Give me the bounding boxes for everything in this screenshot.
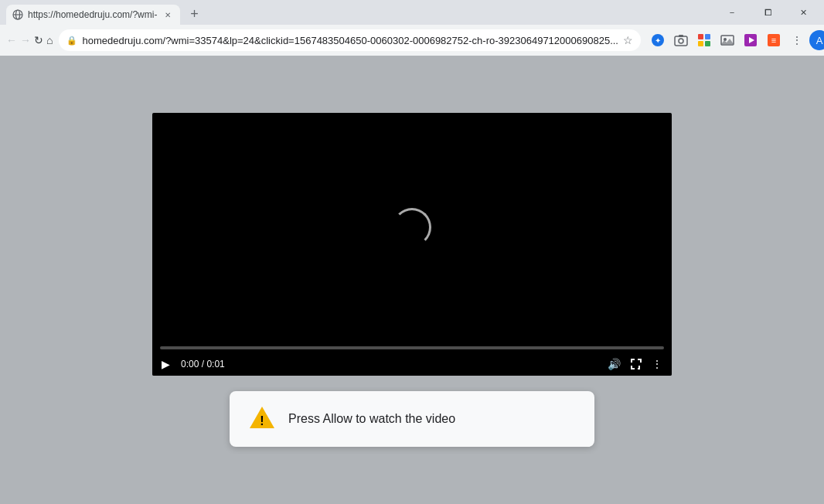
notification-message: Press Allow to watch the video <box>288 412 455 426</box>
browser-window: https://homededruju.com/?wmi- ✕ + − ⧠ ✕ … <box>0 0 824 504</box>
minimize-button[interactable]: − <box>714 0 750 25</box>
url-display: homededruju.com/?wmi=33574&lp=24&clickid… <box>82 35 618 46</box>
svg-rect-8 <box>698 34 703 39</box>
svg-text:!: ! <box>260 414 264 427</box>
play-button[interactable]: ▶ <box>160 356 172 372</box>
extension-rss-icon[interactable]: ✦ <box>647 29 669 51</box>
profile-icon[interactable]: A <box>809 30 824 50</box>
tab-title: https://homededruju.com/?wmi- <box>28 9 157 20</box>
svg-point-6 <box>679 39 683 43</box>
svg-rect-10 <box>698 41 703 46</box>
warning-icon: ! <box>248 405 276 433</box>
video-controls: ▶ 0:00 / 0:01 🔊 <box>152 342 672 376</box>
profile-letter: A <box>816 35 823 46</box>
back-button[interactable]: ← <box>6 29 17 51</box>
home-button[interactable]: ⌂ <box>46 29 53 51</box>
extension-photo-icon[interactable] <box>717 29 738 51</box>
progress-bar[interactable] <box>160 346 664 349</box>
controls-row: ▶ 0:00 / 0:01 🔊 <box>160 352 664 376</box>
forward-button[interactable]: → <box>20 29 31 51</box>
more-options-button[interactable]: ⋮ <box>650 356 664 372</box>
svg-rect-5 <box>675 36 687 46</box>
extension-extra-icon[interactable]: ≡ <box>763 29 785 51</box>
mute-button[interactable]: 🔊 <box>606 356 622 372</box>
page-content: ▶ 0:00 / 0:01 🔊 <box>0 56 824 504</box>
tab-close-button[interactable]: ✕ <box>162 9 174 21</box>
new-tab-button[interactable]: + <box>183 3 205 25</box>
title-bar: https://homededruju.com/?wmi- ✕ + − ⧠ ✕ <box>0 0 824 25</box>
window-controls: − ⧠ ✕ <box>714 0 824 25</box>
extension-media-icon[interactable] <box>740 29 761 51</box>
more-tools-button[interactable]: ⋮ <box>786 29 808 51</box>
omnibox-bar: ← → ↻ ⌂ 🔒 homededruju.com/?wmi=33574&lp=… <box>0 25 824 56</box>
close-button[interactable]: ✕ <box>785 0 821 25</box>
omnibox[interactable]: 🔒 homededruju.com/?wmi=33574&lp=24&click… <box>59 29 641 51</box>
reload-button[interactable]: ↻ <box>34 29 43 51</box>
restore-button[interactable]: ⧠ <box>750 0 785 25</box>
svg-rect-11 <box>705 41 710 46</box>
fullscreen-button[interactable] <box>628 356 644 372</box>
extension-camera-icon[interactable] <box>670 29 692 51</box>
loading-spinner <box>393 208 431 247</box>
svg-rect-7 <box>679 35 683 37</box>
active-tab[interactable]: https://homededruju.com/?wmi- ✕ <box>6 5 180 25</box>
svg-text:✦: ✦ <box>655 36 661 45</box>
tab-strip: https://homededruju.com/?wmi- ✕ + <box>0 0 714 25</box>
svg-point-13 <box>724 38 727 41</box>
tab-favicon <box>12 9 23 20</box>
video-area <box>152 113 672 342</box>
svg-text:≡: ≡ <box>771 36 776 45</box>
notification-banner: ! Press Allow to watch the video <box>230 391 594 447</box>
toolbar-icons: ✦ <box>647 29 824 51</box>
video-player[interactable]: ▶ 0:00 / 0:01 🔊 <box>152 113 672 376</box>
svg-rect-9 <box>705 34 710 39</box>
extension-apps-icon[interactable] <box>693 29 715 51</box>
time-display: 0:00 / 0:01 <box>181 359 225 369</box>
bookmark-icon: ☆ <box>623 34 633 46</box>
lock-icon: 🔒 <box>66 36 77 46</box>
